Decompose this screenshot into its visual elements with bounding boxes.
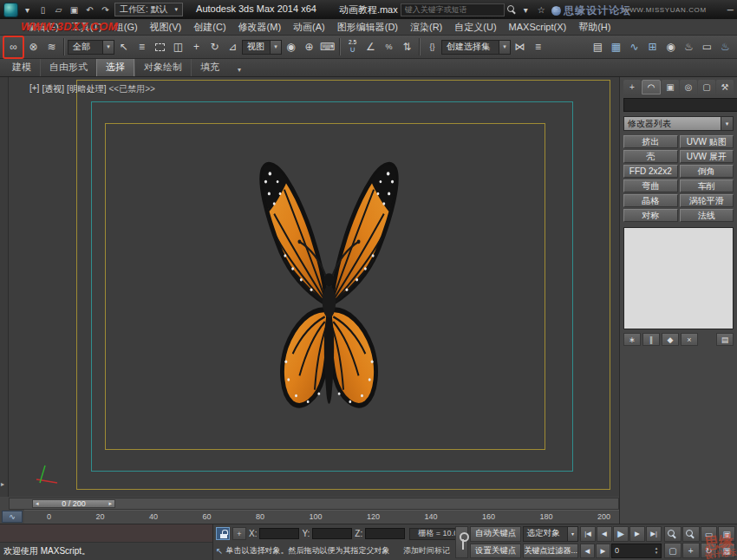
viewport-pov-menu[interactable]: [透视] — [42, 83, 64, 95]
modifier-preset-button[interactable]: 涡轮平滑 — [680, 194, 734, 207]
modifier-preset-button[interactable]: 对称 — [623, 209, 678, 222]
pan-view-button[interactable]: + — [682, 543, 700, 558]
y-coordinate-field[interactable] — [312, 528, 352, 539]
frame-spinner[interactable]: ▴ ▾ — [652, 546, 661, 555]
keyboard-shortcut-override-toggle[interactable]: ⌨ — [318, 37, 336, 57]
search-options-icon[interactable]: ▾ — [519, 3, 532, 16]
show-end-result-button[interactable]: ∥ — [642, 333, 660, 346]
modifier-preset-button[interactable]: 壳 — [623, 150, 678, 163]
modifier-preset-button[interactable]: UVW 展开 — [680, 150, 734, 163]
percent-snap-toggle[interactable]: % — [380, 37, 398, 57]
maxscript-mini-listener[interactable]: 欢迎使用 MAXScript。 — [0, 524, 213, 560]
menu-rendering[interactable]: 渲染(R) — [404, 19, 448, 36]
key-step-button[interactable]: ▶ — [596, 544, 610, 559]
ribbon-minimize-icon[interactable]: ▾ — [233, 63, 245, 76]
modifier-preset-button[interactable]: UVW 贴图 — [680, 135, 734, 148]
play-animation-button[interactable]: ▶ — [613, 526, 629, 542]
rendered-frame-window-button[interactable]: ▭ — [698, 37, 716, 57]
previous-frame-button[interactable]: ◀ — [597, 526, 612, 542]
bind-to-space-warp-button[interactable]: ≋ — [42, 37, 61, 57]
select-and-rotate-button[interactable]: ↻ — [205, 37, 224, 57]
render-production-button[interactable]: ♨ — [716, 37, 734, 57]
sign-in-icon[interactable]: ☆ — [535, 3, 548, 16]
app-menu-arrow-icon[interactable]: ▾ — [21, 3, 34, 16]
perspective-viewport[interactable]: [+] [透视] [明暗处理] <<已禁用>> — [9, 77, 619, 497]
3dsmax-logo-icon[interactable] — [3, 3, 18, 17]
key-filters-button[interactable]: 关键点过滤器... — [523, 544, 578, 559]
snaps-toggle-button[interactable]: 2.5 ∪ — [343, 37, 362, 57]
layer-manager-button[interactable]: ▤ — [589, 37, 607, 57]
modifier-preset-button[interactable]: 车削 — [680, 179, 734, 192]
spinner-down-icon[interactable]: ▾ — [655, 550, 658, 555]
selection-lock-toggle[interactable] — [216, 527, 230, 540]
zoom-extents-all-button[interactable]: ▣ — [718, 526, 735, 542]
menu-modifiers[interactable]: 修改器(M) — [232, 19, 288, 36]
zoom-region-button[interactable]: ▢ — [664, 543, 682, 558]
modifier-preset-button[interactable]: 法线 — [680, 209, 734, 222]
key-mode-toggle[interactable]: ◀ — [580, 544, 595, 559]
next-frame-arrow-icon[interactable]: ▸ — [108, 500, 112, 507]
menu-graph-editors[interactable]: 图形编辑器(D) — [331, 19, 404, 36]
redo-icon[interactable]: ↷ — [99, 3, 112, 16]
angle-snap-toggle[interactable]: ∠ — [362, 37, 380, 57]
current-frame-field[interactable]: ▴ ▾ — [611, 544, 662, 559]
set-key-button[interactable]: 设置关键点 — [470, 544, 521, 559]
menu-views[interactable]: 视图(V) — [144, 19, 188, 36]
z-coordinate-field[interactable] — [365, 528, 405, 539]
tab-utilities[interactable]: ⚒ — [716, 80, 734, 94]
viewport-shading-menu[interactable]: [明暗处理] — [67, 83, 107, 95]
tab-modify[interactable]: ◠ — [642, 80, 661, 94]
configure-modifier-sets-button[interactable]: ▤ — [716, 333, 734, 346]
edit-named-selection-sets-button[interactable]: {} — [423, 37, 441, 57]
menu-help[interactable]: 帮助(H) — [572, 19, 616, 36]
menu-animation[interactable]: 动画(A) — [287, 19, 331, 36]
menu-create[interactable]: 创建(C) — [187, 19, 232, 36]
ribbon-tab-freeform[interactable]: 自由形式 — [40, 58, 96, 76]
zoom-extents-button[interactable]: ▭ — [701, 526, 718, 542]
search-input[interactable] — [401, 3, 505, 16]
tab-display[interactable]: ▢ — [698, 80, 715, 94]
save-file-icon[interactable]: ▣ — [68, 3, 81, 16]
butterfly-model[interactable] — [249, 152, 409, 412]
selection-filter-dropdown[interactable]: 全部 ▾ — [68, 40, 114, 55]
modifier-preset-button[interactable]: FFD 2x2x2 — [623, 165, 678, 178]
viewport-general-menu[interactable]: [+] — [29, 83, 39, 95]
tab-hierarchy[interactable]: ▣ — [662, 80, 679, 94]
modifier-stack-list[interactable] — [623, 227, 734, 329]
modifier-preset-button[interactable]: 倒角 — [680, 165, 734, 178]
workspace-dropdown[interactable]: 工作区: 默认 ▾ — [114, 3, 183, 16]
maximize-viewport-toggle[interactable]: ▦ — [718, 543, 735, 558]
select-and-link-button[interactable]: ∞ — [4, 37, 23, 57]
expand-panel-arrow-icon[interactable]: ▸ — [1, 480, 4, 488]
add-time-tag[interactable]: 添加时间标记 — [403, 545, 452, 557]
new-file-icon[interactable]: ▯ — [36, 3, 49, 16]
remove-modifier-button[interactable]: × — [681, 333, 698, 346]
named-selection-sets-dropdown[interactable]: 创建选择集 ▾ — [441, 40, 511, 55]
search-icon[interactable] — [507, 5, 517, 15]
make-unique-button[interactable]: ◆ — [662, 333, 679, 346]
zoom-button[interactable] — [664, 526, 682, 542]
select-by-name-button[interactable]: ≡ — [133, 37, 151, 57]
spinner-snap-toggle[interactable]: ⇅ — [398, 37, 416, 57]
zoom-all-button[interactable] — [682, 526, 700, 542]
track-bar[interactable]: 0 20 40 60 80 100 120 140 160 180 200 — [24, 510, 619, 524]
material-editor-button[interactable]: ◉ — [662, 37, 680, 57]
next-frame-button[interactable]: ▶ — [629, 526, 645, 542]
graphite-ribbon-toggle[interactable]: ▦ — [607, 37, 625, 57]
ribbon-tab-selection[interactable]: 选择 — [96, 57, 134, 76]
ribbon-tab-populate[interactable]: 填充 — [191, 58, 228, 76]
orbit-button[interactable]: ↻ — [701, 543, 718, 558]
modifier-preset-button[interactable]: 挤出 — [623, 135, 678, 148]
use-pivot-point-center-button[interactable]: ◉ — [282, 37, 300, 57]
unlink-selection-button[interactable]: ⊗ — [24, 37, 42, 57]
align-button[interactable]: ≡ — [529, 37, 547, 57]
modifier-preset-button[interactable]: 晶格 — [623, 194, 678, 207]
minimize-button[interactable]: ─ — [723, 3, 737, 16]
mini-curve-editor-button[interactable]: ∿ — [2, 511, 23, 523]
select-object-button[interactable]: ↖ — [114, 37, 133, 57]
select-and-manipulate-button[interactable]: ⊕ — [300, 37, 318, 57]
macro-recorder-row[interactable] — [0, 524, 212, 543]
open-file-icon[interactable]: ▱ — [52, 3, 65, 16]
time-slider-track[interactable]: ◂ 0 / 200 ▸ — [9, 498, 619, 510]
mirror-button[interactable]: ⋈ — [511, 37, 529, 57]
